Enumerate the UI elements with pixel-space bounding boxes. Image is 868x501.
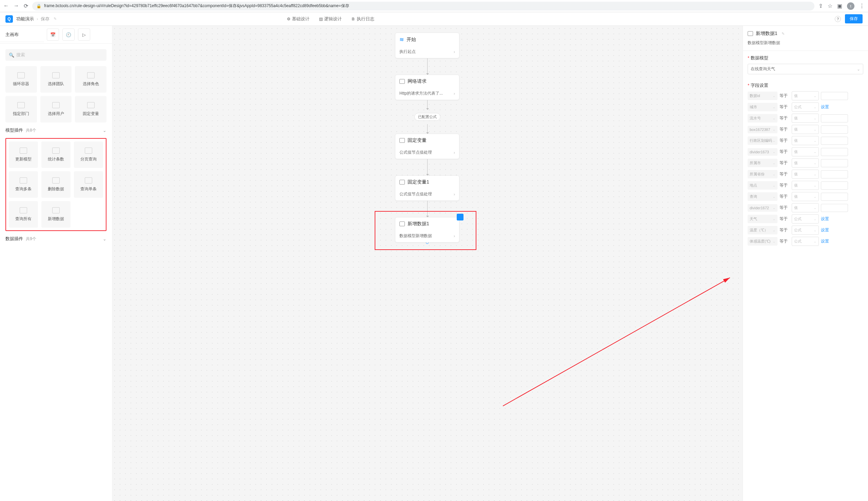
field-value-select[interactable]: 值⌄ (792, 125, 819, 134)
left-panel: 主画布 📅 🕘 ▷ 🔍 搜索 循环容器选择团队选择角色指定部门选择用户固定变量 … (0, 26, 112, 501)
chevron-down-icon: ⌄ (773, 139, 775, 142)
palette-item[interactable]: 更新模型 (9, 141, 38, 168)
field-name-select[interactable]: 所属市⌄ (748, 159, 778, 167)
url-bar[interactable]: 🔒 frame.bctools.cn/rule-design-ui/#/rule… (32, 2, 814, 11)
field-value-select[interactable]: 值⌄ (792, 91, 819, 100)
field-extra-input[interactable] (821, 92, 848, 100)
star-icon[interactable]: ☆ (828, 3, 832, 9)
palette-item[interactable]: 选择角色 (75, 66, 107, 93)
field-value-select[interactable]: 值⌄ (792, 114, 819, 123)
canvas-tab[interactable]: 主画布 (0, 28, 44, 42)
forward-icon[interactable]: → (13, 3, 19, 9)
tool-clock-icon[interactable]: 🕘 (62, 29, 75, 41)
save-button[interactable]: 保存 (845, 14, 862, 23)
tool-calendar-icon[interactable]: 📅 (47, 29, 59, 41)
field-name-select[interactable]: box1672387⌄ (748, 126, 778, 133)
panel-icon[interactable]: ▣ (837, 3, 842, 9)
field-name-select[interactable]: 城市⌄ (748, 103, 778, 111)
field-value-select[interactable]: 公式⌄ (792, 226, 819, 235)
canvas[interactable]: ≋开始执行起点›网络请求Http的请求方法代表了...›已配置公式固定变量公式值… (112, 26, 742, 501)
field-name-select[interactable]: 温度（℃）⌄ (748, 226, 778, 234)
field-extra-input[interactable] (821, 204, 848, 212)
field-row: divider1673⌄等于值⌄ (748, 147, 863, 156)
field-extra-input[interactable] (821, 159, 848, 167)
field-extra-input[interactable] (821, 114, 848, 122)
field-name-select[interactable]: 天气⌄ (748, 215, 778, 223)
flow-node[interactable]: 网络请求Http的请求方法代表了...› (395, 75, 459, 100)
set-link[interactable]: 设置 (821, 216, 829, 222)
palette-item[interactable]: 固定变量 (75, 96, 107, 122)
field-value-select[interactable]: 值⌄ (792, 203, 819, 212)
chevron-right-icon: › (454, 150, 455, 155)
field-name-select[interactable]: 地点⌄ (748, 181, 778, 190)
browser-right-icons: ⇪ ☆ ▣ t ⋮ (818, 2, 865, 10)
palette-item[interactable]: 选择团队 (40, 66, 72, 93)
edit-icon[interactable]: ✎ (782, 32, 784, 36)
flow-node[interactable]: 固定变量公式值节点值处理› (395, 134, 459, 159)
tab-logs[interactable]: 🗎执行日志 (351, 16, 374, 22)
field-name-select[interactable]: 数据id⌄ (748, 92, 778, 100)
field-value-select[interactable]: 公式⌄ (792, 214, 819, 224)
field-value-select[interactable]: 公式⌄ (792, 237, 819, 246)
layers-icon: ≋ (399, 36, 404, 43)
back-icon[interactable]: ← (3, 3, 9, 9)
flow-node[interactable]: 固定变量1公式值节点值处理› (395, 175, 459, 201)
tab-basic[interactable]: ⚙基础设计 (287, 16, 310, 22)
field-name-select[interactable]: divider1672⌄ (748, 204, 778, 212)
field-value-select[interactable]: 公式⌄ (792, 103, 819, 111)
field-value-select[interactable]: 值⌄ (792, 136, 819, 145)
palette-item[interactable]: 查询多条 (9, 171, 38, 198)
field-value-select[interactable]: 值⌄ (792, 147, 819, 156)
set-link[interactable]: 设置 (821, 227, 829, 233)
node-action-badge[interactable] (457, 214, 464, 221)
tool-play-icon[interactable]: ▷ (78, 29, 90, 41)
palette-item[interactable]: 统计条数 (41, 141, 70, 168)
edit-icon[interactable]: ✎ (54, 17, 57, 21)
field-name-select[interactable]: divider1673⌄ (748, 148, 778, 156)
palette-item[interactable]: 分页查询 (74, 141, 103, 168)
field-extra-input[interactable] (821, 170, 848, 179)
chevron-right-icon: › (36, 16, 38, 21)
palette-item[interactable]: 循环容器 (6, 66, 37, 93)
field-extra-input[interactable] (821, 148, 848, 156)
section-model[interactable]: 模型插件 共8个 ⌄ (6, 122, 107, 137)
help-icon[interactable]: ? (835, 16, 841, 22)
field-extra-input[interactable] (821, 126, 848, 134)
field-name-select[interactable]: 体感温度(℃)⌄ (748, 237, 778, 246)
field-extra-input[interactable] (821, 137, 848, 145)
field-value-select[interactable]: 值⌄ (792, 192, 819, 201)
field-name-select[interactable]: 行政区划编码⌄ (748, 136, 778, 145)
tab-logic[interactable]: ▤逻辑设计 (319, 16, 342, 22)
section-data[interactable]: 数据插件 共9个 ⌄ (6, 231, 107, 245)
field-extra-input[interactable] (821, 181, 848, 190)
chevron-down-icon: ⌄ (814, 173, 816, 176)
field-name-select[interactable]: 查询⌄ (748, 192, 778, 201)
palette-item[interactable]: 指定部门 (6, 96, 37, 122)
formula-chip[interactable]: 已配置公式 (414, 113, 441, 121)
field-op: 等于 (780, 182, 790, 188)
chevron-down-icon: ⌄ (773, 228, 775, 232)
flow-node[interactable]: ≋开始执行起点› (395, 33, 459, 58)
palette-item[interactable]: 查询单条 (74, 171, 103, 198)
avatar[interactable]: t (847, 2, 855, 10)
palette-item[interactable]: 新增数据 (41, 201, 70, 227)
breadcrumb-root[interactable]: 功能演示 (16, 16, 34, 22)
field-extra-input[interactable] (821, 193, 848, 201)
field-name-select[interactable]: 所属省份⌄ (748, 170, 778, 179)
field-value-select[interactable]: 值⌄ (792, 170, 819, 179)
palette-item[interactable]: 删除数据 (41, 171, 70, 198)
palette-item[interactable]: 查询所有 (9, 201, 38, 227)
set-link[interactable]: 设置 (821, 104, 829, 110)
set-link[interactable]: 设置 (821, 238, 829, 244)
flow-node[interactable]: 新增数据1数据模型新增数据› (395, 217, 459, 243)
field-name-select[interactable]: 流水号⌄ (748, 114, 778, 122)
field-value-select[interactable]: 值⌄ (792, 158, 819, 168)
menu-icon[interactable]: ⋮ (859, 3, 865, 9)
model-select[interactable]: 在线查询天气⌄ (748, 64, 863, 74)
field-value-select[interactable]: 值⌄ (792, 181, 819, 190)
search-input[interactable]: 🔍 搜索 (6, 49, 107, 61)
palette-item[interactable]: 选择用户 (40, 96, 72, 122)
reload-icon[interactable]: ⟳ (24, 3, 28, 9)
share-icon[interactable]: ⇪ (818, 3, 823, 9)
chevron-down-icon: ⌄ (814, 139, 816, 142)
